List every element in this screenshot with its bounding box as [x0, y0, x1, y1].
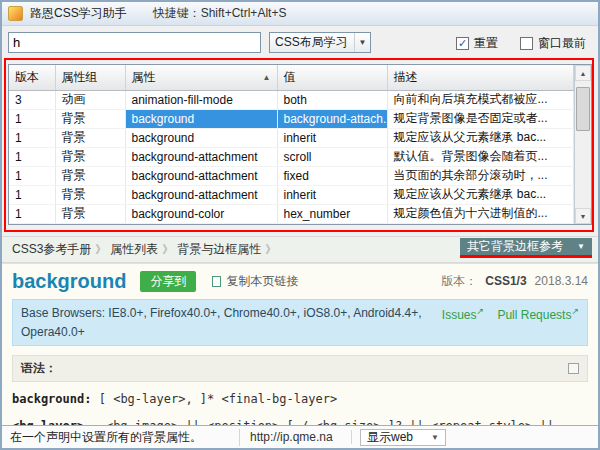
- external-link-icon: ↗: [477, 306, 485, 316]
- table-cell: inherit: [277, 128, 387, 147]
- table-cell: animation-fill-mode: [125, 90, 277, 109]
- table-cell: 背景: [55, 204, 125, 223]
- column-header-group[interactable]: 属性组: [55, 65, 125, 90]
- display-mode-value: 显示web: [367, 429, 413, 446]
- status-bar: 在一个声明中设置所有的背景属性。 http://ip.qme.na 显示web …: [2, 425, 598, 448]
- table-cell: hex_number: [277, 204, 387, 223]
- app-icon: [8, 6, 23, 21]
- issues-link[interactable]: Issues↗: [442, 308, 484, 322]
- table-row[interactable]: 1背景background-attachmentinherit规定应该从父元素继…: [9, 185, 574, 204]
- share-button[interactable]: 分享到: [140, 271, 196, 292]
- browser-support-bar: Base Browsers: IE8.0+, Firefox40.0+, Chr…: [12, 299, 588, 346]
- status-url: http://ip.qme.na: [240, 430, 352, 444]
- related-reference-select[interactable]: 其它背景边框参考 ▼: [460, 238, 592, 258]
- table-row[interactable]: 1背景backgroundinherit规定应该从父元素继承 bac...: [9, 128, 574, 147]
- table-row[interactable]: 1背景background-attachmentscroll默认值。背景图像会随…: [9, 147, 574, 166]
- scroll-up-icon[interactable]: ▲: [575, 65, 591, 81]
- breadcrumb-separator: 》: [95, 242, 106, 257]
- syntax-section-header: 语法：: [12, 355, 588, 382]
- table-cell: background: [125, 109, 277, 128]
- table-cell: 1: [9, 128, 55, 147]
- collapse-icon[interactable]: [568, 363, 579, 374]
- table-header-row: 版本 属性组 属性▲ 值 描述: [9, 65, 574, 90]
- column-header-property[interactable]: 属性▲: [125, 65, 277, 90]
- chevron-down-icon: ▼: [577, 242, 585, 251]
- version-value: CSS1/3: [485, 274, 526, 288]
- table-cell: 1: [9, 109, 55, 128]
- column-header-description[interactable]: 描述: [387, 65, 574, 90]
- table-cell: 动画: [55, 90, 125, 109]
- page-icon: [212, 276, 221, 287]
- table-cell: 背景: [55, 128, 125, 147]
- table-cell: 背景: [55, 185, 125, 204]
- display-mode-select[interactable]: 显示web ▼: [360, 429, 446, 446]
- table-cell: 规定应该从父元素继承 bac...: [387, 128, 574, 147]
- table-cell: 1: [9, 166, 55, 185]
- breadcrumb-separator: 》: [162, 242, 173, 257]
- article-title: background: [12, 270, 126, 293]
- hotkey-label: 快捷键：Shift+Ctrl+Alt+S: [153, 5, 287, 22]
- table-row[interactable]: 1背景backgroundbackground-attach...规定背景图像是…: [9, 109, 574, 128]
- table-cell: 背景: [55, 147, 125, 166]
- table-cell: background-color: [125, 204, 277, 223]
- version-info: 版本： CSS1/3 2018.3.14: [441, 273, 588, 290]
- table-row[interactable]: 1背景background-colorhex_number规定颜色值为十六进制值…: [9, 204, 574, 223]
- table-cell: 默认值。背景图像会随着页...: [387, 147, 574, 166]
- version-date: 2018.3.14: [535, 274, 588, 288]
- table-cell: inherit: [277, 185, 387, 204]
- table-cell: background-attachment: [125, 147, 277, 166]
- breadcrumb-property-list[interactable]: 属性列表: [110, 241, 158, 258]
- article-panel: background 分享到 复制本页链接 版本： CSS1/3 2018.3.…: [2, 263, 598, 427]
- table-cell: 1: [9, 204, 55, 223]
- table-cell: 当页面的其余部分滚动时，...: [387, 166, 574, 185]
- related-reference-value: 其它背景边框参考: [467, 238, 563, 255]
- table-cell: background: [125, 128, 277, 147]
- breadcrumb-manual[interactable]: CSS3参考手册: [12, 241, 91, 258]
- scrollbar-track[interactable]: [575, 81, 591, 208]
- window-title: 路恩CSS学习助手: [30, 5, 127, 22]
- table-cell: 背景: [55, 109, 125, 128]
- repo-links: Issues↗ Pull Requests↗: [432, 304, 579, 341]
- table-cell: 1: [9, 185, 55, 204]
- column-header-version[interactable]: 版本: [9, 65, 55, 90]
- status-description: 在一个声明中设置所有的背景属性。: [2, 429, 240, 446]
- breadcrumb-bg-border[interactable]: 背景与边框属性: [177, 241, 261, 258]
- table-cell: 3: [9, 90, 55, 109]
- column-header-value[interactable]: 值: [277, 65, 387, 90]
- syntax-label: 语法：: [21, 360, 57, 377]
- table-scrollbar[interactable]: ▲ ▼: [574, 65, 591, 224]
- table-cell: fixed: [277, 166, 387, 185]
- chevron-down-icon: ▼: [431, 433, 439, 442]
- table-cell: 背景: [55, 166, 125, 185]
- sort-asc-icon: ▲: [263, 73, 271, 82]
- table-cell: both: [277, 90, 387, 109]
- chevron-down-icon: ▼: [354, 33, 370, 52]
- table-row[interactable]: 1背景background-attachmentfixed当页面的其余部分滚动时…: [9, 166, 574, 185]
- topmost-checkbox[interactable]: ✓ 窗口最前: [520, 35, 586, 52]
- article-header: background 分享到 复制本页链接 版本： CSS1/3 2018.3.…: [12, 270, 588, 293]
- scroll-down-icon[interactable]: ▼: [575, 208, 591, 224]
- table-cell: background-attachment: [125, 185, 277, 204]
- external-link-icon: ↗: [571, 306, 579, 316]
- reset-checkbox[interactable]: ✓ 重置: [456, 35, 498, 52]
- mode-select[interactable]: CSS布局学习 ▼: [269, 32, 371, 53]
- browser-support-text: Base Browsers: IE8.0+, Firefox40.0+, Chr…: [21, 304, 432, 341]
- table-cell: scroll: [277, 147, 387, 166]
- toolbar-checkboxes: ✓ 重置 ✓ 窗口最前: [456, 35, 586, 52]
- pull-requests-link[interactable]: Pull Requests↗: [497, 308, 579, 322]
- table-row[interactable]: 3动画animation-fill-modeboth向前和向后填充模式都被应..…: [9, 90, 574, 109]
- scrollbar-thumb[interactable]: [576, 87, 590, 131]
- checkbox-icon: ✓: [520, 37, 533, 50]
- table-cell: 规定应该从父元素继承 bac...: [387, 185, 574, 204]
- version-label: 版本：: [441, 273, 477, 290]
- table-cell: background-attach...: [277, 109, 387, 128]
- property-table: 版本 属性组 属性▲ 值 描述 3动画animation-fill-modebo…: [8, 64, 592, 225]
- syntax-line-1: background: [ <bg-layer>, ]* <final-bg-l…: [12, 390, 588, 409]
- table-cell: background-attachment: [125, 166, 277, 185]
- checkbox-icon: ✓: [456, 37, 469, 50]
- copy-page-link[interactable]: 复制本页链接: [212, 273, 298, 290]
- search-input[interactable]: [8, 32, 261, 53]
- reset-checkbox-label: 重置: [474, 35, 498, 52]
- breadcrumb-separator: 》: [265, 242, 276, 257]
- app-window: 路恩CSS学习助手 快捷键：Shift+Ctrl+Alt+S CSS布局学习 ▼…: [0, 0, 600, 450]
